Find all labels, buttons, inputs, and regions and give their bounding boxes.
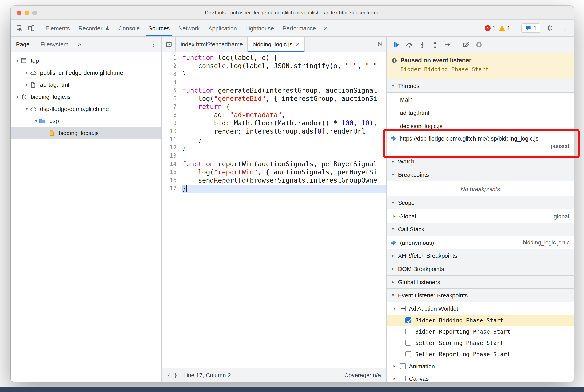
disclosure-down-icon[interactable]: ▾ — [24, 106, 30, 111]
navigator-kebab-icon[interactable]: ⋮ — [145, 40, 161, 48]
panel-tab-performance[interactable]: Performance — [278, 20, 320, 36]
elb-group-canvas[interactable]: ▸Canvas — [387, 372, 574, 382]
section-threads[interactable]: ▾ Threads — [387, 80, 574, 93]
disclosure-down-icon[interactable]: ▾ — [33, 118, 39, 124]
line-number[interactable]: 15 — [162, 168, 182, 176]
tree-item-ad-tag-html[interactable]: ▸ad-tag.html — [10, 79, 161, 91]
line-number[interactable]: 11 — [162, 136, 182, 144]
thread-row-decision-logic-js[interactable]: decision_logic.js — [387, 119, 574, 132]
line-number[interactable]: 16 — [162, 176, 182, 184]
disclosure-down-icon[interactable]: ▾ — [392, 306, 397, 311]
line-number[interactable]: 12 — [162, 144, 182, 152]
section-xhr-breakpoints[interactable]: ▸ XHR/fetch Breakpoints — [387, 249, 574, 262]
panel-tab-console[interactable]: Console — [114, 20, 144, 36]
step-icon[interactable] — [442, 39, 454, 50]
line-number[interactable]: 17 — [162, 184, 182, 193]
tree-item-publisher-fledge-demo-glitch-me[interactable]: ▸publisher-fledge-demo.glitch.me — [10, 66, 161, 79]
section-breakpoints[interactable]: ▾ Breakpoints — [387, 168, 574, 182]
step-over-icon[interactable] — [404, 39, 415, 50]
line-number[interactable]: 5 — [162, 86, 182, 94]
resume-icon[interactable] — [391, 39, 402, 50]
elb-item-bidder-bidding-phase-start[interactable]: Bidder Bidding Phase Start — [387, 314, 574, 326]
tree-item-dsp[interactable]: ▾dsp — [10, 115, 161, 127]
tree-item-top[interactable]: ▾top — [10, 54, 161, 66]
editor-tab-bidding-logic-js[interactable]: bidding_logic.js× — [248, 36, 305, 52]
checkbox-canvas[interactable] — [400, 376, 406, 381]
minimize-window-button[interactable] — [24, 10, 29, 15]
line-number[interactable]: 1 — [162, 54, 182, 62]
line-number[interactable]: 2 — [162, 62, 182, 70]
panel-tab-application[interactable]: Application — [204, 20, 241, 36]
inspect-element-icon[interactable] — [13, 22, 25, 34]
pause-on-exceptions-icon[interactable] — [473, 39, 485, 50]
section-call-stack[interactable]: ▾ Call Stack — [387, 223, 574, 236]
close-tab-icon[interactable]: × — [296, 41, 300, 48]
checkbox-ad-auction-worklet[interactable] — [400, 306, 406, 311]
thread-row-main[interactable]: Main — [387, 93, 574, 106]
panel-tab-network[interactable]: Network — [174, 20, 204, 36]
call-stack-frame[interactable]: (anonymous) bidding_logic.js:17 — [387, 236, 574, 249]
line-number[interactable]: 3 — [162, 70, 182, 78]
navigator-toggle-icon[interactable] — [162, 36, 176, 52]
main-menu-kebab-icon[interactable]: ⋮ — [559, 22, 571, 34]
line-number[interactable]: 14 — [162, 160, 182, 168]
tree-item-bidding-logic-js[interactable]: bidding_logic.js — [10, 127, 161, 139]
line-number[interactable]: 6 — [162, 94, 182, 103]
deactivate-breakpoints-icon[interactable] — [460, 39, 472, 50]
step-out-icon[interactable] — [429, 39, 441, 50]
issues-button[interactable]: 1 — [521, 23, 541, 33]
devtools-toolbar: ElementsRecorderConsoleSourcesNetworkApp… — [10, 20, 574, 36]
line-number[interactable]: 4 — [162, 78, 182, 86]
disclosure-right-icon[interactable]: ▸ — [24, 82, 30, 87]
more-panels-chevron-icon[interactable]: » — [320, 24, 332, 32]
tree-item-dsp-fledge-demo-glitch-me[interactable]: ▾dsp-fledge-demo.glitch.me — [10, 103, 161, 115]
panel-tab-elements[interactable]: Elements — [41, 20, 74, 36]
device-toolbar-icon[interactable] — [25, 22, 37, 34]
thread-row-current[interactable]: https://dsp-fledge-demo.glitch.me/dsp/bi… — [387, 132, 574, 155]
navigator-tab-filesystem[interactable]: Filesystem — [35, 36, 74, 52]
elb-item-seller-reporting-phase-start[interactable]: Seller Reporting Phase Start — [387, 348, 574, 360]
settings-gear-icon[interactable] — [544, 22, 556, 34]
elb-group-ad-auction-worklet[interactable]: ▾Ad Auction Worklet — [387, 302, 574, 314]
section-global-listeners[interactable]: ▸ Global Listeners — [387, 276, 574, 289]
panel-tab-lighthouse[interactable]: Lighthouse — [241, 20, 278, 36]
section-event-listener-breakpoints[interactable]: ▾ Event Listener Breakpoints — [387, 289, 574, 302]
disclosure-down-icon[interactable]: ▾ — [14, 94, 21, 99]
navigator-tab-page[interactable]: Page — [10, 36, 35, 52]
section-dom-breakpoints[interactable]: ▸ DOM Breakpoints — [387, 262, 574, 276]
line-number[interactable]: 9 — [162, 119, 182, 127]
error-badge[interactable]: ✕ 1 — [485, 25, 496, 31]
zoom-window-button[interactable] — [32, 10, 37, 15]
tree-item-bidding-logic-js[interactable]: ▾bidding_logic.js — [10, 91, 161, 103]
section-watch[interactable]: ▸ Watch — [387, 155, 574, 168]
line-number[interactable]: 13 — [162, 152, 182, 160]
pretty-print-button[interactable]: { } — [167, 372, 177, 378]
disclosure-right-icon[interactable]: ▸ — [392, 364, 397, 368]
code-editor[interactable]: 1function log(label, o) {2 console.log(l… — [162, 52, 386, 368]
scope-global-row[interactable]: ▸ Global global — [387, 210, 574, 223]
editor-tab-overflow-icon[interactable] — [372, 36, 386, 52]
close-window-button[interactable] — [17, 10, 21, 15]
checkbox-bidder-bidding-phase-start[interactable] — [405, 317, 411, 323]
disclosure-right-icon[interactable]: ▸ — [392, 376, 397, 381]
line-number[interactable]: 8 — [162, 111, 182, 119]
panel-tab-sources[interactable]: Sources — [144, 20, 174, 36]
elb-group-animation[interactable]: ▸Animation — [387, 360, 574, 372]
warning-badge[interactable]: ! 1 — [499, 25, 510, 31]
checkbox-seller-reporting-phase-start[interactable] — [405, 351, 411, 357]
elb-item-seller-scoring-phase-start[interactable]: Seller Scoring Phase Start — [387, 337, 574, 348]
step-into-icon[interactable] — [416, 39, 428, 50]
line-number[interactable]: 10 — [162, 127, 182, 136]
checkbox-seller-scoring-phase-start[interactable] — [405, 340, 411, 346]
line-number[interactable]: 7 — [162, 103, 182, 111]
checkbox-bidder-reporting-phase-start[interactable] — [405, 328, 411, 334]
disclosure-down-icon[interactable]: ▾ — [14, 58, 21, 63]
navigator-more-tabs-icon[interactable]: » — [74, 41, 85, 48]
editor-tab-index-html-fencedframe[interactable]: index.html?fencedframe — [176, 36, 248, 52]
section-scope[interactable]: ▾ Scope — [387, 196, 574, 210]
elb-item-bidder-reporting-phase-start[interactable]: Bidder Reporting Phase Start — [387, 326, 574, 337]
disclosure-right-icon[interactable]: ▸ — [24, 70, 30, 75]
panel-tab-recorder[interactable]: Recorder — [74, 20, 114, 36]
thread-row-ad-tag-html[interactable]: ad-tag.html — [387, 106, 574, 119]
checkbox-animation[interactable] — [400, 363, 406, 369]
